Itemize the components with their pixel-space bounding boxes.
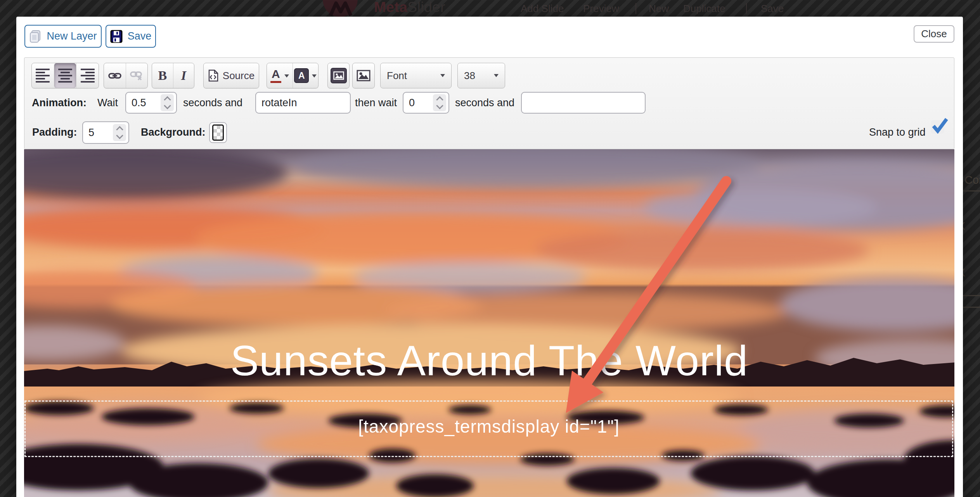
align-left-button[interactable]	[32, 63, 54, 88]
then-seconds-input-wrap	[403, 92, 449, 114]
insert-image-button[interactable]	[328, 63, 349, 88]
admin-separator	[635, 3, 636, 14]
close-label: Close	[921, 28, 947, 40]
transparency-checker-icon	[212, 124, 224, 141]
background-color-button[interactable]: A	[293, 63, 319, 88]
snap-to-grid-label: Snap to grid	[869, 121, 926, 143]
italic-label: I	[181, 68, 186, 83]
check-icon	[929, 116, 949, 136]
effect-input-wrap	[255, 92, 351, 114]
brand-slider: Slider	[407, 0, 445, 15]
font-size-select[interactable]: 38	[457, 63, 505, 88]
italic-button[interactable]: I	[173, 63, 194, 88]
second-effect-input-wrap	[521, 92, 646, 114]
text-color-button[interactable]: A	[267, 63, 293, 88]
chevron-down-icon	[312, 74, 317, 80]
background-color-swatch[interactable]	[209, 122, 227, 143]
source-button-wrap: Source	[203, 63, 259, 88]
chevron-down-icon	[284, 74, 289, 80]
metaslider-logo-icon	[322, 0, 358, 18]
padding-label: Padding:	[32, 121, 77, 143]
background-label: Background:	[141, 121, 206, 143]
new-layer-icon	[29, 30, 42, 43]
admin-duplicate: Duplicate	[683, 3, 725, 14]
save-label: Save	[128, 30, 152, 42]
slide-preview[interactable]: Sunsets Around The World [taxopress_term…	[24, 149, 954, 497]
image-properties-button[interactable]	[353, 63, 374, 88]
align-left-icon	[36, 69, 50, 83]
unlink-icon	[130, 71, 143, 81]
text-color-icon: A	[270, 68, 281, 83]
color-button-group: A A	[267, 63, 319, 88]
source-icon	[208, 69, 219, 82]
snap-to-grid-checkbox[interactable]	[931, 120, 944, 134]
background-line	[963, 295, 980, 296]
image-button-dark-wrap	[327, 63, 350, 88]
link-button-group	[104, 63, 148, 88]
save-layers-button[interactable]: Save	[106, 25, 156, 48]
link-icon	[108, 71, 121, 80]
wait-label: Wait	[97, 92, 118, 114]
seconds-and-label-2: seconds and	[455, 92, 514, 114]
image-light-icon	[357, 70, 371, 81]
selected-layer-box[interactable]: [taxopress_termsdisplay id="1"]	[24, 400, 953, 457]
font-size-value: 38	[464, 70, 475, 82]
slide-title-layer[interactable]: Sunsets Around The World	[24, 337, 954, 384]
bold-button[interactable]: B	[152, 63, 173, 88]
admin-new: New	[649, 3, 669, 14]
second-effect-input[interactable]	[522, 97, 645, 109]
wait-seconds-stepper[interactable]	[161, 94, 174, 111]
layer-editor-modal: New Layer Save Close	[16, 17, 963, 497]
brand-meta: Meta	[374, 0, 407, 15]
padding-input-wrap	[82, 121, 129, 144]
chevron-down-icon	[494, 74, 499, 79]
seconds-and-label: seconds and	[183, 92, 242, 114]
shortcode-text: [taxopress_termsdisplay id="1"]	[358, 416, 619, 437]
admin-save: Save	[761, 3, 784, 14]
font-family-select[interactable]: Font	[380, 63, 452, 88]
align-center-button[interactable]	[54, 63, 76, 88]
image-button-light-wrap	[352, 63, 375, 88]
align-right-button[interactable]	[76, 63, 99, 88]
admin-preview: Preview	[583, 3, 619, 14]
save-icon	[110, 30, 123, 43]
then-seconds-stepper[interactable]	[433, 94, 446, 111]
align-right-icon	[81, 69, 95, 83]
bold-label: B	[158, 68, 167, 83]
screen: MetaSlider Add Slide Preview New Duplica…	[0, 0, 980, 497]
effect-input[interactable]	[256, 97, 350, 109]
background-color-icon: A	[294, 68, 309, 83]
align-button-group	[31, 63, 99, 88]
then-wait-label: then wait	[355, 92, 397, 114]
admin-add-slide: Add Slide	[521, 3, 564, 14]
background-line	[963, 190, 980, 192]
unlink-button[interactable]	[126, 63, 148, 88]
animation-label: Animation:	[32, 92, 87, 114]
link-button[interactable]	[104, 63, 126, 88]
background-text-fragment: Coi	[964, 174, 980, 186]
chevron-down-icon	[440, 74, 445, 79]
new-layer-button[interactable]: New Layer	[24, 25, 102, 48]
align-center-icon	[58, 69, 72, 83]
new-layer-label: New Layer	[47, 30, 97, 42]
padding-stepper[interactable]	[113, 124, 126, 141]
close-button[interactable]: Close	[914, 25, 954, 43]
admin-separator	[746, 3, 747, 14]
source-button[interactable]: Source	[204, 63, 259, 88]
text-style-group: B I	[152, 63, 194, 88]
image-dark-icon	[331, 68, 347, 83]
metaslider-brand: MetaSlider	[374, 0, 445, 16]
source-label: Source	[223, 70, 255, 82]
wait-seconds-input-wrap	[125, 92, 177, 114]
background-line	[963, 307, 980, 308]
font-family-value: Font	[387, 70, 407, 82]
